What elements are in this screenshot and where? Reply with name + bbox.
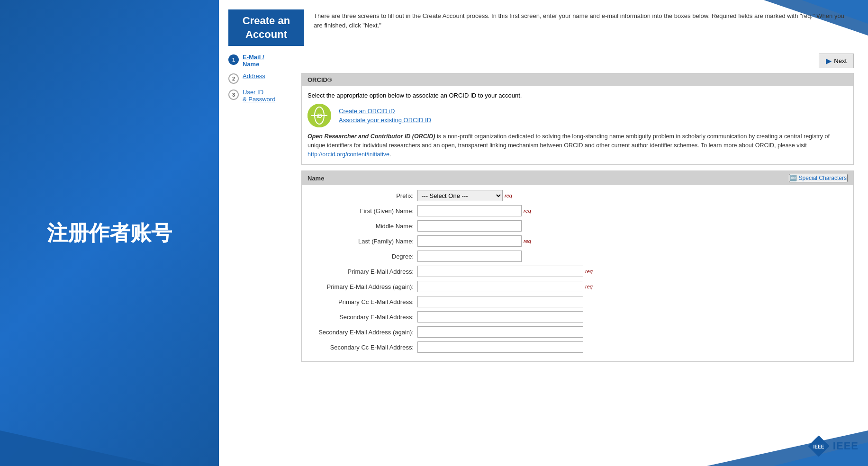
step-3-label[interactable]: User ID& Password: [243, 89, 275, 103]
header-row: Create an Account There are three screen…: [228, 9, 854, 46]
step-3-circle: 3: [228, 90, 239, 100]
prefix-label: Prefix:: [309, 192, 414, 199]
page-title: Create an Account: [228, 9, 304, 46]
last-name-req: req: [524, 238, 531, 244]
primary-email-label: Primary E-Mail Address:: [309, 268, 414, 275]
first-name-row: First (Given) Name: req: [309, 205, 846, 216]
orcid-link-list: Create an ORCID iD Associate your existi…: [339, 108, 431, 124]
primary-email-req: req: [585, 269, 593, 274]
middle-name-input[interactable]: [417, 220, 522, 232]
prefix-row: Prefix: --- Select One --- Dr. Mr. Mrs. …: [309, 190, 846, 201]
svg-text:IEEE: IEEE: [813, 444, 824, 449]
ieee-text: IEEE: [833, 440, 859, 452]
step-1-circle: 1: [228, 54, 239, 65]
main-content: Create an Account There are three screen…: [219, 0, 868, 466]
ieee-logo: IEEE IEEE: [808, 436, 859, 457]
orcid-body: Select the appropriate option below to a…: [302, 86, 853, 164]
first-name-label: First (Given) Name:: [309, 207, 414, 215]
secondary-email-row: Secondary E-Mail Address:: [309, 311, 846, 323]
bottom-left-decoration: [0, 430, 161, 466]
last-name-input[interactable]: [417, 235, 522, 247]
orcid-section: ORCID® Select the appropriate option bel…: [301, 73, 854, 165]
next-btn-row: ▶ Next: [301, 54, 854, 68]
step-1[interactable]: 1 E-Mail /Name: [228, 54, 290, 68]
step-2-circle: 2: [228, 73, 239, 84]
primary-email-input[interactable]: [417, 266, 583, 277]
svg-marker-4: [0, 430, 161, 466]
secondary-email-again-label: Secondary E-Mail Address (again):: [309, 329, 414, 336]
form-area: ▶ Next ORCID® Select the appropriate opt…: [301, 54, 854, 362]
step-3[interactable]: 3 User ID& Password: [228, 89, 290, 103]
primary-cc-email-input[interactable]: [417, 296, 583, 307]
orcid-url-link[interactable]: http://orcid.org/content/initiative: [307, 151, 389, 158]
secondary-email-again-input[interactable]: [417, 326, 583, 338]
prefix-select[interactable]: --- Select One --- Dr. Mr. Mrs. Ms. Prof…: [417, 190, 503, 201]
last-name-row: Last (Family) Name: req: [309, 235, 846, 247]
primary-cc-email-label: Primary Cc E-Mail Address:: [309, 298, 414, 305]
create-orcid-link[interactable]: Create an ORCID iD: [339, 108, 431, 115]
secondary-cc-email-input[interactable]: [417, 341, 583, 353]
secondary-email-input[interactable]: [417, 311, 583, 323]
primary-cc-email-row: Primary Cc E-Mail Address:: [309, 296, 846, 307]
first-name-input[interactable]: [417, 205, 522, 216]
associate-orcid-link[interactable]: Associate your existing ORCID ID: [339, 116, 431, 124]
ieee-diamond-icon: IEEE: [808, 436, 829, 457]
special-chars-icon: 🔤: [790, 175, 797, 181]
step-navigation: 1 E-Mail /Name 2 Address 3 User ID& Pass…: [228, 54, 290, 103]
orcid-logo: iD: [307, 104, 331, 127]
special-characters-button[interactable]: 🔤 Special Characters: [789, 174, 848, 182]
middle-name-row: Middle Name:: [309, 220, 846, 232]
middle-name-label: Middle Name:: [309, 223, 414, 230]
step-1-label[interactable]: E-Mail /Name: [243, 54, 264, 68]
primary-email-row: Primary E-Mail Address: req: [309, 266, 846, 277]
degree-row: Degree:: [309, 251, 846, 262]
orcid-links: iD Create an ORCID iD Associate your exi…: [307, 104, 848, 127]
svg-text:iD: iD: [316, 113, 322, 119]
first-name-req: req: [524, 208, 531, 214]
step-2-label[interactable]: Address: [243, 72, 265, 80]
secondary-email-again-row: Secondary E-Mail Address (again):: [309, 326, 846, 338]
secondary-email-label: Secondary E-Mail Address:: [309, 314, 414, 321]
prefix-req: req: [505, 193, 512, 198]
left-panel-text: 注册作者账号: [47, 219, 172, 246]
header-description: There are three screens to fill out in t…: [314, 9, 854, 30]
next-button[interactable]: ▶ Next: [819, 54, 854, 68]
content-body: 1 E-Mail /Name 2 Address 3 User ID& Pass…: [228, 54, 854, 362]
degree-label: Degree:: [309, 253, 414, 260]
last-name-label: Last (Family) Name:: [309, 238, 414, 245]
orcid-header: ORCID®: [302, 73, 853, 86]
primary-email-again-row: Primary E-Mail Address (again): req: [309, 281, 846, 292]
step-2[interactable]: 2 Address: [228, 72, 290, 84]
primary-email-again-input[interactable]: [417, 281, 583, 292]
secondary-cc-email-label: Secondary Cc E-Mail Address:: [309, 344, 414, 351]
name-section-header: Name 🔤 Special Characters: [302, 171, 853, 185]
primary-email-again-req: req: [585, 284, 593, 289]
left-panel: 注册作者账号: [0, 0, 219, 466]
secondary-cc-email-row: Secondary Cc E-Mail Address:: [309, 341, 846, 353]
name-form-body: Prefix: --- Select One --- Dr. Mr. Mrs. …: [302, 185, 853, 361]
orcid-description: Select the appropriate option below to a…: [307, 92, 848, 99]
degree-input[interactable]: [417, 251, 522, 262]
next-icon: ▶: [826, 56, 832, 65]
orcid-full-description: Open Researcher and Contributor ID (ORCI…: [307, 132, 848, 159]
primary-email-again-label: Primary E-Mail Address (again):: [309, 283, 414, 290]
name-section: Name 🔤 Special Characters Prefix: --- Se…: [301, 170, 854, 362]
